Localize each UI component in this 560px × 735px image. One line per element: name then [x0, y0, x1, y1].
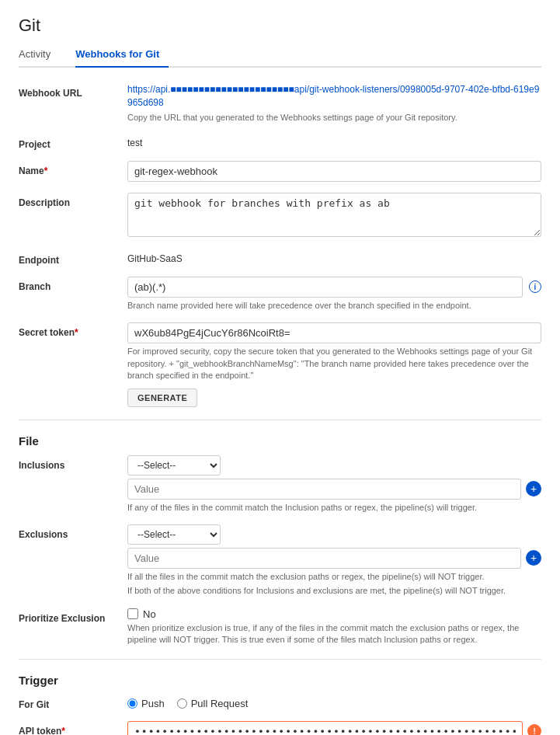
- webhook-url-row: Webhook URL https://api.■■■■■■■■■■■■■■■■…: [19, 83, 541, 124]
- push-radio[interactable]: [127, 698, 137, 709]
- api-token-content: ! Secret entities entered in plain text …: [127, 721, 541, 736]
- inclusions-value-input[interactable]: [127, 479, 521, 500]
- endpoint-row: Endpoint GitHub-SaaS: [19, 250, 541, 266]
- webhook-url-hint: Copy the URL that you generated to the W…: [127, 112, 541, 124]
- for-git-content: Push Pull Request: [127, 695, 541, 709]
- page-title: Git: [19, 16, 541, 36]
- name-content: [127, 161, 541, 182]
- exclusions-add-button[interactable]: +: [526, 550, 541, 566]
- api-token-row: API token* ! Secret entities entered in …: [19, 721, 541, 736]
- endpoint-label: Endpoint: [19, 250, 127, 266]
- prioritize-checkbox[interactable]: [127, 608, 138, 619]
- api-token-warning-icon: !: [527, 724, 541, 735]
- description-content: [127, 193, 541, 239]
- name-input[interactable]: [127, 161, 541, 182]
- pull-request-radio[interactable]: [177, 698, 187, 709]
- exclusions-hint1: If all the files in the commit match the…: [127, 571, 541, 583]
- branch-content: i Branch name provided here will take pr…: [127, 277, 541, 312]
- exclusions-value-input[interactable]: [127, 548, 521, 569]
- push-label: Push: [141, 698, 165, 709]
- webhook-url-value: https://api.■■■■■■■■■■■■■■■■■■■■■■api/gi…: [127, 83, 541, 110]
- name-row: Name*: [19, 161, 541, 182]
- push-radio-item[interactable]: Push: [127, 698, 165, 709]
- description-label: Description: [19, 193, 127, 208]
- branch-label: Branch: [19, 277, 127, 292]
- prioritize-row: Prioritize Exclusion No When prioritize …: [19, 608, 541, 646]
- exclusions-label: Exclusions: [19, 524, 127, 540]
- prioritize-hint: When prioritize exclusion is true, if an…: [127, 622, 541, 646]
- tab-activity[interactable]: Activity: [19, 42, 60, 68]
- endpoint-content: GitHub-SaaS: [127, 250, 541, 264]
- endpoint-value: GitHub-SaaS: [127, 250, 541, 264]
- tabs-bar: Activity Webhooks for Git: [19, 42, 541, 68]
- exclusions-hint2: If both of the above conditions for Incl…: [127, 585, 541, 597]
- project-value: test: [127, 134, 541, 148]
- pull-request-label: Pull Request: [191, 698, 249, 709]
- webhook-url-label: Webhook URL: [19, 83, 127, 99]
- prioritize-content: No When prioritize exclusion is true, if…: [127, 608, 541, 646]
- trigger-section-title: Trigger: [19, 674, 541, 687]
- for-git-row: For Git Push Pull Request: [19, 695, 541, 710]
- branch-row: Branch i Branch name provided here will …: [19, 277, 541, 312]
- branch-hint: Branch name provided here will take prec…: [127, 300, 541, 312]
- divider-1: [19, 420, 541, 420]
- prioritize-label: Prioritize Exclusion: [19, 608, 127, 624]
- project-row: Project test: [19, 134, 541, 150]
- webhook-url-content: https://api.■■■■■■■■■■■■■■■■■■■■■■api/gi…: [127, 83, 541, 124]
- inclusions-add-button[interactable]: +: [526, 481, 541, 496]
- inclusions-label: Inclusions: [19, 455, 127, 471]
- generate-button[interactable]: GENERATE: [127, 388, 197, 407]
- project-label: Project: [19, 134, 127, 150]
- branch-info-icon[interactable]: i: [529, 280, 541, 293]
- pull-request-radio-item[interactable]: Pull Request: [177, 698, 249, 709]
- exclusions-select[interactable]: --Select--: [127, 524, 221, 545]
- tab-webhooks-for-git[interactable]: Webhooks for Git: [75, 42, 169, 68]
- description-row: Description: [19, 193, 541, 239]
- secret-token-input[interactable]: [127, 322, 541, 343]
- description-input[interactable]: [127, 193, 541, 237]
- api-token-input[interactable]: [127, 721, 523, 736]
- secret-token-content: For improved security, copy the secure t…: [127, 322, 541, 406]
- inclusions-content: --Select-- + If any of the files in the …: [127, 455, 541, 514]
- exclusions-row: Exclusions --Select-- + If all the files…: [19, 524, 541, 597]
- inclusions-row: Inclusions --Select-- + If any of the fi…: [19, 455, 541, 514]
- file-section-title: File: [19, 434, 541, 448]
- secret-token-row: Secret token* For improved security, cop…: [19, 322, 541, 406]
- for-git-label: For Git: [19, 695, 127, 710]
- secret-token-hint: For improved security, copy the secure t…: [127, 346, 541, 381]
- prioritize-checkbox-label: No: [143, 608, 156, 620]
- secret-token-label: Secret token*: [19, 322, 127, 338]
- inclusions-select[interactable]: --Select--: [127, 455, 221, 475]
- inclusions-hint: If any of the files in the commit match …: [127, 502, 541, 514]
- divider-2: [19, 659, 541, 660]
- name-label: Name*: [19, 161, 127, 176]
- project-content: test: [127, 134, 541, 148]
- exclusions-content: --Select-- + If all the files in the com…: [127, 524, 541, 597]
- api-token-label: API token*: [19, 721, 127, 736]
- branch-input[interactable]: [127, 277, 523, 298]
